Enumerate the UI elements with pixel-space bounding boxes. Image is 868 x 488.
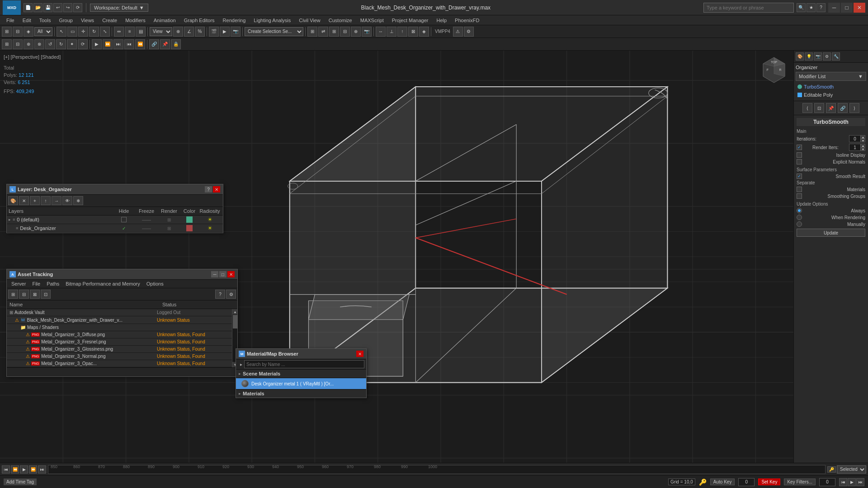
asset-help-btn[interactable]: ? [215,290,225,299]
asset-row-maps[interactable]: 📁 Maps / Shaders [7,324,232,331]
tb2-btn15[interactable]: 📌 [160,39,170,49]
close-button[interactable]: ✕ [854,3,865,13]
tb2-btn6[interactable]: ↻ [56,39,66,49]
array-btn[interactable]: ⊞ [329,27,339,37]
menu-views[interactable]: Views [77,17,98,24]
menu-project[interactable]: Project Manager [388,17,432,24]
select-btn[interactable]: ↖ [57,27,66,37]
tl-play-btn[interactable]: ▶ [20,465,28,474]
asset-close-btn[interactable]: ✕ [227,271,235,277]
menu-create[interactable]: Create [99,17,121,24]
bottom-next-btn[interactable]: ⏭ [856,478,864,486]
layer-color-organizer[interactable] [180,225,198,231]
ts-iter-up[interactable]: ▲ [861,135,865,139]
ts-render-iters-checkbox[interactable] [797,145,802,150]
hide-checkbox[interactable] [121,217,127,222]
ts-iterations-spinbox[interactable]: 0 ▲ ▼ [849,135,865,142]
rotate-btn[interactable]: ↻ [89,27,99,37]
place-btn[interactable]: ⊠ [408,27,418,37]
key-filters-btn[interactable]: Key Filters... [784,479,816,485]
history-icon[interactable]: ⟳ [73,3,82,12]
menu-phoenixfd[interactable]: PhoenixFD [451,17,483,24]
asset-panel-header[interactable]: A Asset Tracking ─ □ ✕ [7,269,237,280]
maximize-button[interactable]: □ [841,3,853,13]
warning-icon[interactable]: ⚠ [453,27,463,37]
bottom-play-btn[interactable]: ▶ [848,478,856,486]
asset-row-normal[interactable]: ⚠ PNG Metal_Organizer_3_Normal.png Unkno… [7,353,232,360]
ts-explicit-checkbox[interactable] [797,159,802,164]
tb2-btn13[interactable]: ⏪ [135,39,145,49]
rp-icon1[interactable]: 🎨 [796,52,804,61]
modifier-list-btn[interactable]: Modifier List ▼ [796,72,866,81]
ts-smoothing-groups-checkbox[interactable] [797,193,802,199]
mod-nav-next[interactable]: ⟩ [849,103,859,113]
ts-materials-checkbox[interactable] [797,187,802,192]
tl-prev-btn[interactable]: ⏪ [11,465,19,474]
rp-icon3[interactable]: 📷 [814,52,822,61]
align-btn[interactable]: ≡ [125,27,135,37]
view-select[interactable]: View [150,27,172,36]
asset-tool1[interactable]: ⊞ [8,290,18,299]
layer-hide-default[interactable] [113,217,135,222]
mat-item-desk-organizer[interactable]: Desk Organizer metal 1 ( VRayMtl ) [Or..… [236,378,366,389]
tb2-btn10[interactable]: ⏩ [103,39,113,49]
asset-tool2[interactable]: ⊟ [19,290,29,299]
layer-close-btn[interactable]: ✕ [213,186,220,192]
save-file-icon[interactable]: 💾 [43,3,52,12]
mod-nav-link[interactable]: 🔗 [838,103,848,113]
scroll-up-btn[interactable]: ▲ [232,309,237,314]
menu-graph-editors[interactable]: Graph Editors [180,17,218,24]
tb2-btn11[interactable]: ⏭ [113,39,123,49]
mirror-btn[interactable]: ⇔ [114,27,124,37]
select-region-btn[interactable]: ▭ [67,27,77,37]
add-time-tag-btn[interactable]: Add Time Tag [4,479,37,485]
mod-editable-poly[interactable]: Editable Poly [796,91,866,99]
layer-panel-header[interactable]: L Layer: Desk_Organizer ? ✕ [7,184,223,195]
spacing-btn[interactable]: ⊟ [340,27,350,37]
workspace-button[interactable]: Workspace: Default ▼ [90,4,148,12]
menu-tools[interactable]: Tools [36,17,55,24]
mat-close-btn[interactable]: ✕ [356,351,363,357]
asset-row-vault[interactable]: ⊞ Autodesk Vault Logged Out [7,309,232,316]
snap-angle-btn[interactable]: ∠ [184,27,194,37]
asset-maximize-btn[interactable]: □ [219,271,226,277]
timeline-track[interactable]: 850 860 870 880 890 900 910 920 930 940 … [48,465,826,474]
layer-delete-btn[interactable]: ✕ [19,196,29,205]
tb2-btn9[interactable]: ▶ [92,39,102,49]
new-file-icon[interactable]: 📄 [24,3,33,12]
rp-icon4[interactable]: ⚙ [823,52,831,61]
ts-always-radio[interactable] [797,208,802,213]
asset-tool4[interactable]: ⊡ [41,290,51,299]
ts-isoline-checkbox[interactable] [797,152,802,158]
layer-help-btn[interactable]: ? [205,186,212,192]
ts-update-btn[interactable]: Update [797,229,865,237]
layer-radiosity-organizer[interactable]: ☀ [198,225,221,231]
clone-btn[interactable]: ⊕ [351,27,361,37]
mat-search-input[interactable] [244,360,364,368]
frame-input[interactable]: 0 [819,478,835,486]
set-key-btn[interactable]: Set Key [758,479,780,485]
menu-animation[interactable]: Animation [150,17,179,24]
asset-row-max[interactable]: ⚠ M Black_Mesh_Desk_Organizer_with_Drawe… [7,316,232,324]
layer-btn[interactable]: ▤ [136,27,146,37]
mod-nav-select[interactable]: ⊡ [814,103,824,113]
mat-panel-header[interactable]: M Material/Map Browser ✕ [236,349,366,359]
layer-render-organizer[interactable]: ⊞ [158,226,180,231]
minimize-button[interactable]: ─ [828,3,840,13]
open-file-icon[interactable]: 📂 [33,3,42,12]
mat-collapse-btn[interactable]: ▸ [238,361,244,367]
select-none-btn[interactable]: ⊟ [13,27,23,37]
undo-icon[interactable]: ↩ [53,3,62,12]
menu-rendering[interactable]: Rendering [219,17,250,24]
ts-manually-radio[interactable] [797,221,802,227]
mod-nav-pin[interactable]: 📌 [826,103,836,113]
layer-row-organizer[interactable]: ≡ Desk_Organizer ✓ —— ⊞ ☀ [7,224,223,233]
ts-render-spinbox[interactable]: 1 ▲ ▼ [849,144,865,151]
named-sel-btn[interactable]: ⊞ [307,27,317,37]
ts-smooth-result-checkbox[interactable] [797,174,802,179]
tb2-btn7[interactable]: ✦ [67,39,77,49]
layer-new-btn[interactable]: 🎨 [8,196,18,205]
tb2-btn1[interactable]: ⊞ [2,39,12,49]
snap-3d-btn[interactable]: ⊕ [173,27,183,37]
snapshot-btn[interactable]: 📷 [362,27,372,37]
